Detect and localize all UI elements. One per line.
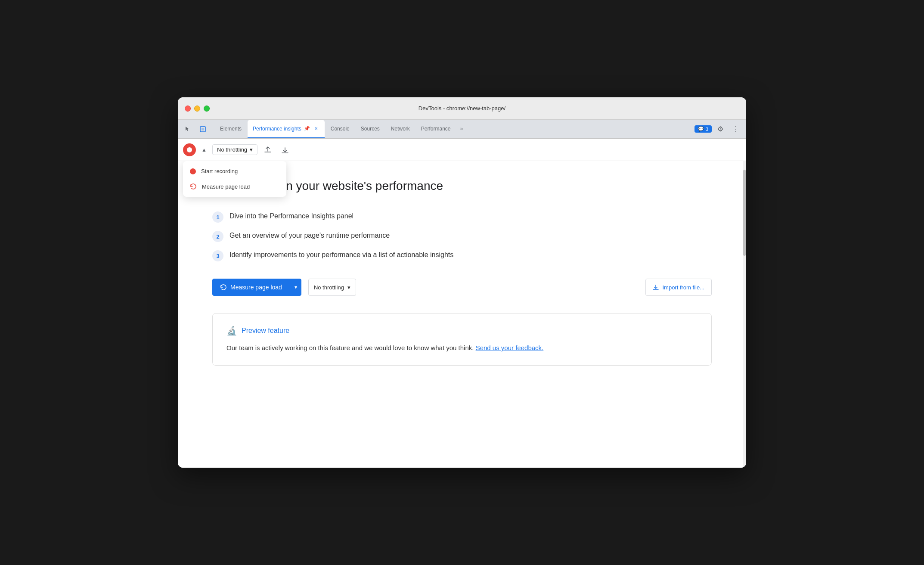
- throttle-label: No throttling: [217, 146, 247, 153]
- tab-performance-insights[interactable]: Performance insights 📌 ✕: [248, 120, 325, 138]
- feedback-count: 3: [706, 127, 708, 132]
- throttle-select[interactable]: No throttling ▾: [212, 144, 257, 155]
- chevron-down-icon: ▾: [347, 284, 350, 291]
- tab-performance[interactable]: Performance: [416, 120, 456, 138]
- step-list: 1 Dive into the Performance Insights pan…: [212, 211, 712, 261]
- tab-console[interactable]: Console: [326, 120, 355, 138]
- title-bar: DevTools - chrome://new-tab-page/: [178, 97, 746, 120]
- pin-icon: 📌: [304, 126, 310, 131]
- step-text-1: Dive into the Performance Insights panel: [229, 211, 353, 221]
- tab-sources[interactable]: Sources: [356, 120, 385, 138]
- tab-network[interactable]: Network: [386, 120, 415, 138]
- maximize-traffic-light[interactable]: [204, 106, 210, 112]
- feedback-link[interactable]: Send us your feedback.: [476, 344, 544, 351]
- throttle-main-label: No throttling: [314, 284, 344, 291]
- measure-btn-group: Measure page load ▾: [212, 279, 301, 296]
- preview-text: Our team is actively working on this fea…: [226, 343, 698, 353]
- dropdown-menu: Start recording Measure page load: [183, 161, 286, 197]
- step-item-3: 3 Identify improvements to your performa…: [212, 250, 712, 261]
- tab-icons: [181, 120, 214, 138]
- import-from-file-button[interactable]: Import from file...: [645, 279, 712, 296]
- minimize-traffic-light[interactable]: [194, 106, 200, 112]
- svg-rect-1: [202, 128, 204, 130]
- chat-icon: 💬: [698, 126, 704, 132]
- close-traffic-light[interactable]: [185, 106, 191, 112]
- measure-btn-arrow[interactable]: ▾: [290, 279, 301, 296]
- record-dot: [187, 147, 192, 152]
- measure-page-load-label: Measure page load: [202, 183, 250, 190]
- import-btn-label: Import from file...: [662, 284, 704, 291]
- chevron-down-icon: ▾: [295, 284, 297, 290]
- start-recording-label: Start recording: [201, 168, 238, 174]
- measure-btn-label: Measure page load: [230, 284, 282, 291]
- throttle-select-main[interactable]: No throttling ▾: [308, 279, 356, 296]
- measure-page-load-button[interactable]: Measure page load: [212, 279, 290, 296]
- tab-more[interactable]: »: [457, 120, 467, 138]
- refresh-icon: [190, 183, 197, 190]
- chevron-down-icon: ▾: [250, 146, 253, 153]
- scrollbar[interactable]: [743, 161, 746, 468]
- preview-title-text: Preview feature: [242, 327, 289, 335]
- settings-button[interactable]: ⚙: [713, 122, 727, 136]
- tab-bar: Elements Performance insights 📌 ✕ Consol…: [178, 120, 746, 139]
- toolbar: ▲ No throttling ▾: [178, 139, 746, 161]
- download-button[interactable]: [278, 143, 292, 157]
- traffic-lights: [185, 106, 210, 112]
- step-number-3: 3: [212, 250, 223, 261]
- step-text-2: Get an overview of your page's runtime p…: [229, 230, 390, 241]
- record-button[interactable]: [183, 143, 196, 156]
- start-recording-item[interactable]: Start recording: [183, 164, 286, 179]
- more-options-button[interactable]: ⋮: [729, 122, 743, 136]
- feedback-badge[interactable]: 💬 3: [695, 125, 712, 133]
- step-number-2: 2: [212, 231, 223, 242]
- step-text-3: Identify improvements to your performanc…: [229, 250, 453, 260]
- preview-title: 🔬 Preview feature: [226, 326, 698, 336]
- step-item-1: 1 Dive into the Performance Insights pan…: [212, 211, 712, 223]
- flask-icon: 🔬: [226, 326, 237, 336]
- devtools-window: DevTools - chrome://new-tab-page/ Elemen…: [178, 97, 746, 468]
- window-title: DevTools - chrome://new-tab-page/: [419, 105, 505, 112]
- tab-bar-right: 💬 3 ⚙ ⋮: [695, 120, 743, 138]
- scrollbar-thumb[interactable]: [743, 170, 746, 256]
- preview-feature-box: 🔬 Preview feature Our team is actively w…: [212, 313, 712, 366]
- tab-elements[interactable]: Elements: [215, 120, 247, 138]
- step-number-1: 1: [212, 211, 223, 223]
- page-heading: Get insights on your website's performan…: [212, 178, 712, 194]
- step-item-2: 2 Get an overview of your page's runtime…: [212, 230, 712, 242]
- record-dot-icon: [190, 168, 196, 174]
- tab-close-button[interactable]: ✕: [313, 125, 319, 132]
- pointer-icon[interactable]: [181, 123, 193, 135]
- main-content: Start recording Measure page load Get in…: [178, 161, 746, 468]
- measure-page-load-item[interactable]: Measure page load: [183, 179, 286, 194]
- upload-button[interactable]: [261, 143, 275, 157]
- inspect-icon[interactable]: [197, 123, 209, 135]
- action-row: Measure page load ▾ No throttling ▾ Impo…: [212, 279, 712, 296]
- record-dropdown-button[interactable]: ▲: [199, 145, 209, 155]
